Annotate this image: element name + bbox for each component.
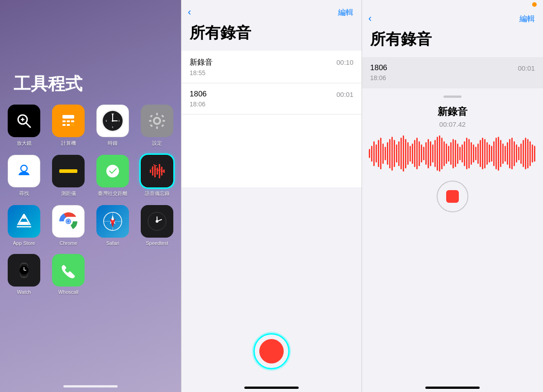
list-title: 所有錄音 — [181, 21, 362, 51]
app-item-speedtest[interactable]: Speedtest — [139, 205, 175, 246]
app-label-find: 尋找 — [19, 190, 29, 197]
app-item-settings[interactable]: 設定 — [139, 105, 175, 147]
app-label-chrome: Chrome — [59, 240, 77, 246]
detail-list: 1806 00:01 18:06 — [362, 57, 543, 88]
detail-back-button[interactable]: ‹ — [368, 13, 372, 24]
waveform-bar — [416, 138, 418, 169]
svg-rect-32 — [59, 169, 77, 173]
svg-rect-9 — [62, 124, 66, 126]
status-dot — [532, 2, 537, 7]
list-item-row: 新錄音 00:10 — [190, 57, 353, 67]
waveform-bar — [462, 144, 463, 163]
waveform-bar — [382, 143, 384, 164]
waveform-bar — [520, 143, 522, 164]
waveform-bar — [518, 147, 519, 160]
app-label-voice-memo: 語音備忘錄 — [145, 190, 170, 197]
waveform-bar — [516, 144, 517, 163]
app-item-find[interactable]: 尋找 — [6, 155, 42, 197]
app-item-appstore[interactable]: App Store — [6, 205, 42, 246]
waveform-bar — [430, 141, 431, 166]
detail-edit-button[interactable]: 編輯 — [519, 14, 535, 24]
svg-point-68 — [67, 220, 70, 223]
home-screen: 工具程式 放大鏡 計算機 12 3 6 9 — [0, 0, 181, 392]
app-item-voice-memo[interactable]: 語音備忘錄 — [139, 155, 175, 197]
recording-time-1: 18:06 — [190, 100, 353, 108]
voice-detail-panel: ‹ 編輯 所有錄音 1806 00:01 18:06 新錄音 00:07.42 — [362, 0, 543, 392]
list-item[interactable]: 1806 00:01 18:06 — [181, 83, 362, 115]
svg-rect-56 — [154, 165, 156, 177]
waveform-bar — [403, 135, 404, 172]
waveform-bar — [434, 140, 436, 167]
svg-rect-24 — [149, 120, 152, 122]
svg-rect-22 — [156, 113, 158, 115]
status-bar — [362, 0, 543, 9]
app-item-measure[interactable]: 測距儀 — [50, 155, 86, 197]
app-item-whoscall[interactable]: Whoscall — [50, 254, 86, 295]
stop-button[interactable] — [437, 181, 468, 212]
list-back-button[interactable]: ‹ — [188, 6, 191, 18]
app-item-magnify[interactable]: 放大鏡 — [6, 105, 42, 147]
playback-sheet: 新錄音 00:07.42 — [362, 88, 543, 383]
stop-button-inner — [446, 190, 459, 203]
list-item[interactable]: 新錄音 00:10 18:55 — [181, 51, 362, 83]
waveform-bar — [432, 144, 433, 163]
app-icon-chrome — [52, 205, 85, 238]
waveform-bar — [482, 138, 483, 169]
detail-title: 所有錄音 — [362, 27, 543, 57]
detail-recording-name-0: 1806 — [370, 63, 387, 72]
svg-rect-54 — [150, 169, 151, 173]
waveform-bar — [491, 146, 492, 162]
app-icon-whoscall — [52, 254, 85, 287]
waveform-bar — [443, 141, 445, 166]
svg-rect-5 — [62, 115, 74, 119]
waveform-bar — [446, 143, 447, 164]
detail-home-indicator — [362, 383, 543, 392]
waveform-bar — [428, 139, 429, 168]
app-item-safari[interactable]: Safari — [95, 205, 131, 246]
waveform-bar — [464, 141, 465, 166]
detail-nav: ‹ 編輯 — [362, 9, 543, 27]
app-item-clock[interactable]: 12 3 6 9 時鐘 — [95, 105, 131, 147]
waveform-bar — [500, 140, 501, 167]
waveform-bar — [471, 142, 472, 165]
recording-duration-1: 00:01 — [336, 91, 353, 98]
recording-time-0: 18:55 — [190, 69, 353, 76]
waveform-bar — [527, 139, 529, 168]
waveform-bar — [407, 142, 409, 165]
app-item-tw-social[interactable]: 臺灣社交距離 — [95, 155, 131, 197]
list-item[interactable]: 1806 00:01 18:06 — [362, 57, 543, 88]
record-area — [181, 324, 362, 383]
app-icon-clock: 12 3 6 9 — [96, 105, 129, 137]
app-icon-calc — [52, 105, 85, 137]
app-item-chrome[interactable]: Chrome — [50, 205, 86, 246]
app-icon-measure — [52, 155, 85, 187]
record-button[interactable] — [253, 333, 290, 369]
waveform-bar — [400, 138, 402, 169]
app-item-calc[interactable]: 計算機 — [50, 105, 86, 147]
svg-rect-7 — [67, 120, 70, 122]
list-edit-button[interactable]: 編輯 — [338, 7, 353, 18]
waveform-bar — [495, 138, 497, 169]
waveform-bar — [423, 147, 424, 160]
waveform-bar — [394, 140, 395, 167]
waveform-bar — [380, 138, 381, 169]
waveform-bar — [525, 138, 526, 169]
waveform-bar — [466, 138, 467, 169]
waveform-bar — [387, 142, 388, 165]
waveform-bar — [450, 142, 452, 165]
waveform-bar — [532, 144, 533, 163]
svg-rect-57 — [157, 167, 158, 175]
waveform-bar — [509, 139, 510, 168]
app-grid: 放大鏡 計算機 12 3 6 9 時 — [0, 105, 184, 295]
list-item-row: 1806 00:01 — [190, 90, 353, 99]
app-item-watch[interactable]: Watch — [6, 254, 42, 295]
app-label-measure: 測距儀 — [61, 190, 76, 197]
app-icon-speedtest — [141, 205, 173, 238]
app-label-watch: Watch — [17, 289, 31, 295]
home-screen-title: 工具程式 — [14, 72, 82, 96]
waveform-bar — [493, 141, 495, 166]
detail-recording-time-0: 18:06 — [370, 74, 535, 81]
svg-rect-6 — [62, 120, 66, 122]
waveform-bar — [489, 144, 490, 163]
waveform-bar — [511, 138, 513, 169]
